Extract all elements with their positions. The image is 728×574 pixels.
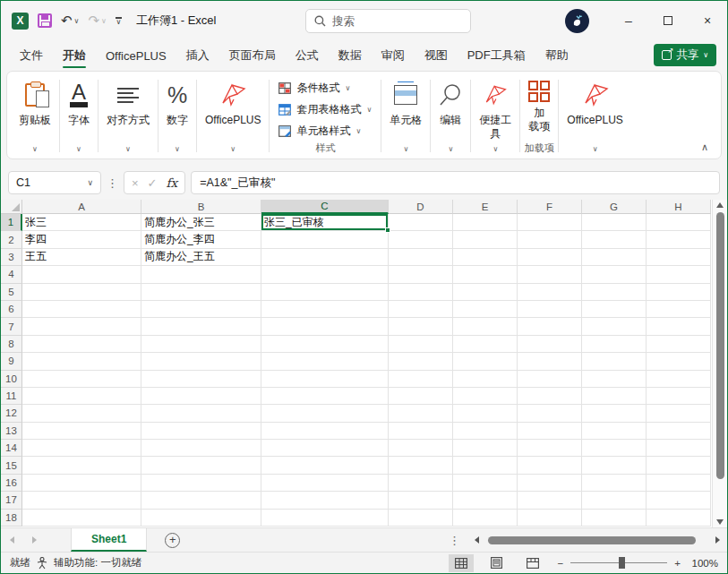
cell-A18[interactable] xyxy=(22,510,141,527)
redo-button[interactable]: ↷ ∨ xyxy=(88,13,106,29)
cell-G5[interactable] xyxy=(582,284,647,301)
conditional-formatting-button[interactable]: 条件格式 ∨ xyxy=(278,78,350,99)
zoom-in-button[interactable]: + xyxy=(674,558,681,569)
cell-F8[interactable] xyxy=(518,336,582,353)
cell-D12[interactable] xyxy=(389,405,453,422)
tab-公式[interactable]: 公式 xyxy=(286,41,329,70)
sheetbar-splitter[interactable]: ⋮ xyxy=(449,534,460,547)
cell-E15[interactable] xyxy=(453,457,518,474)
cell-H14[interactable] xyxy=(647,440,711,457)
cell-B5[interactable] xyxy=(141,284,261,301)
cell-E14[interactable] xyxy=(453,440,518,457)
cell-D6[interactable] xyxy=(389,301,453,318)
cell-H1[interactable] xyxy=(647,214,711,231)
cell-F2[interactable] xyxy=(518,231,582,248)
cell-F18[interactable] xyxy=(518,510,582,527)
cell-styles-button[interactable]: 单元格样式 ∨ xyxy=(278,120,361,141)
cell-G2[interactable] xyxy=(582,231,647,248)
cell-H13[interactable] xyxy=(647,423,711,440)
share-button[interactable]: 共享 ∨ xyxy=(654,44,716,66)
name-box[interactable]: C1 ∨ xyxy=(8,171,101,194)
cell-E8[interactable] xyxy=(453,336,518,353)
cell-E12[interactable] xyxy=(453,405,518,422)
font-button[interactable]: A 字体 ∨ xyxy=(62,76,96,156)
officeplus-right-button[interactable]: OfficePLUS ∨ xyxy=(561,76,629,156)
tab-开始[interactable]: 开始 xyxy=(53,41,96,70)
cell-H17[interactable] xyxy=(647,492,711,509)
cell-C16[interactable] xyxy=(261,475,389,492)
column-header-A[interactable]: A xyxy=(22,200,141,214)
row-header-13[interactable]: 13 xyxy=(1,423,22,440)
cell-B16[interactable] xyxy=(141,475,261,492)
row-header-15[interactable]: 15 xyxy=(1,457,22,474)
cell-C10[interactable] xyxy=(261,371,389,388)
vertical-scroll-thumb[interactable] xyxy=(716,212,724,479)
cancel-icon[interactable]: × xyxy=(132,176,139,190)
cell-C8[interactable] xyxy=(261,336,389,353)
cell-H11[interactable] xyxy=(647,388,711,405)
row-header-9[interactable]: 9 xyxy=(1,353,22,370)
cell-G3[interactable] xyxy=(582,249,647,266)
cell-D14[interactable] xyxy=(389,440,453,457)
cell-B8[interactable] xyxy=(141,336,261,353)
tab-视图[interactable]: 视图 xyxy=(415,41,458,70)
cell-B14[interactable] xyxy=(141,440,261,457)
sheet-tab-sheet1[interactable]: Sheet1 xyxy=(71,528,147,552)
alignment-button[interactable]: 对齐方式 ∨ xyxy=(100,76,156,156)
search-input[interactable] xyxy=(332,15,440,28)
cell-D17[interactable] xyxy=(389,492,453,509)
tab-帮助[interactable]: 帮助 xyxy=(535,41,578,70)
row-header-11[interactable]: 11 xyxy=(1,388,22,405)
cell-C14[interactable] xyxy=(261,440,389,457)
cell-A15[interactable] xyxy=(22,457,141,474)
cell-C13[interactable] xyxy=(261,423,389,440)
officeplus-button[interactable]: OfficePLUS ∨ xyxy=(199,76,267,156)
row-header-10[interactable]: 10 xyxy=(1,371,22,388)
cell-D10[interactable] xyxy=(389,371,453,388)
scroll-down-icon[interactable] xyxy=(716,519,724,525)
next-sheet-icon[interactable] xyxy=(32,536,37,544)
cell-G12[interactable] xyxy=(582,405,647,422)
zoom-out-button[interactable]: − xyxy=(558,558,564,569)
cell-E5[interactable] xyxy=(453,284,518,301)
cell-A16[interactable] xyxy=(22,475,141,492)
cell-G9[interactable] xyxy=(582,353,647,370)
cells-button[interactable]: 单元格 ∨ xyxy=(383,76,428,156)
cell-C7[interactable] xyxy=(261,318,389,335)
cell-H16[interactable] xyxy=(647,475,711,492)
cell-G13[interactable] xyxy=(582,423,647,440)
cell-H5[interactable] xyxy=(647,284,711,301)
cell-H18[interactable] xyxy=(647,510,711,527)
cell-B18[interactable] xyxy=(141,510,261,527)
cell-G17[interactable] xyxy=(582,492,647,509)
page-break-preview-button[interactable] xyxy=(520,554,545,572)
cell-E7[interactable] xyxy=(453,318,518,335)
cell-B11[interactable] xyxy=(141,388,261,405)
cell-B4[interactable] xyxy=(141,266,261,283)
tab-OfficePLUS[interactable]: OfficePLUS xyxy=(96,41,176,70)
cell-C11[interactable] xyxy=(261,388,389,405)
cell-F9[interactable] xyxy=(518,353,582,370)
cell-B10[interactable] xyxy=(141,371,261,388)
cell-D16[interactable] xyxy=(389,475,453,492)
cell-F10[interactable] xyxy=(518,371,582,388)
handy-tools-button[interactable]: 便捷工 具 ∨ xyxy=(473,76,518,156)
column-header-B[interactable]: B xyxy=(141,200,261,214)
cell-E1[interactable] xyxy=(453,214,518,231)
cell-E11[interactable] xyxy=(453,388,518,405)
cell-A1[interactable]: 张三 xyxy=(22,214,141,231)
cell-A7[interactable] xyxy=(22,318,141,335)
cell-F11[interactable] xyxy=(518,388,582,405)
scroll-right-icon[interactable] xyxy=(715,536,720,544)
save-icon[interactable] xyxy=(38,13,52,28)
cell-E9[interactable] xyxy=(453,353,518,370)
row-header-8[interactable]: 8 xyxy=(1,336,22,353)
cell-C4[interactable] xyxy=(261,266,389,283)
cell-H12[interactable] xyxy=(647,405,711,422)
scroll-up-icon[interactable] xyxy=(716,202,724,208)
cell-E16[interactable] xyxy=(453,475,518,492)
cell-B15[interactable] xyxy=(141,457,261,474)
cell-F5[interactable] xyxy=(518,284,582,301)
cell-B6[interactable] xyxy=(141,301,261,318)
account-avatar[interactable] xyxy=(565,9,589,33)
